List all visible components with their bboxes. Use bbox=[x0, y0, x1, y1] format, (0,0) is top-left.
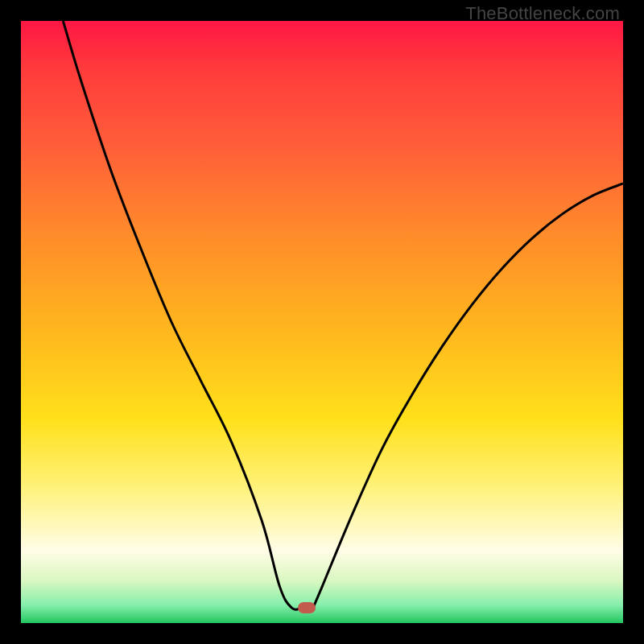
bottleneck-curve bbox=[21, 21, 623, 623]
curve-right-branch bbox=[313, 184, 623, 608]
plot-area bbox=[21, 21, 623, 623]
curve-left-branch bbox=[63, 21, 300, 609]
bottleneck-marker bbox=[298, 602, 316, 613]
chart-frame: TheBottleneck.com bbox=[0, 0, 644, 644]
